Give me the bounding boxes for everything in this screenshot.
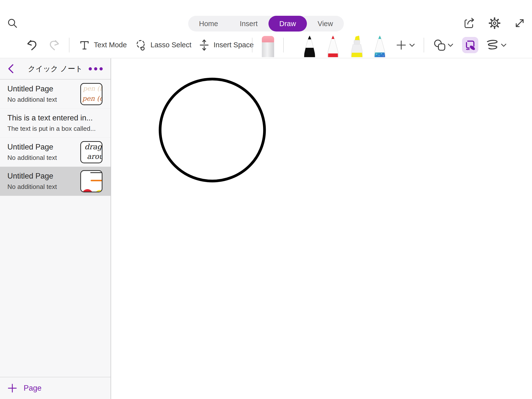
page-item-text: Untitled Page No additional text xyxy=(7,172,80,191)
eraser-tool[interactable] xyxy=(259,35,277,58)
yellow-highlighter-tool[interactable] xyxy=(348,35,365,58)
more-options-button[interactable] xyxy=(88,65,103,72)
divider xyxy=(424,38,424,52)
text-mode-label: Text Mode xyxy=(94,41,127,49)
red-pen-tool[interactable] xyxy=(325,35,341,58)
thumbnail-ink-text: pen (bl xyxy=(83,85,102,92)
divider xyxy=(252,38,252,52)
page-list-item-2[interactable]: This is a text entered in... The text is… xyxy=(0,109,111,138)
chevron-down-icon xyxy=(409,43,415,47)
page-list-item-3[interactable]: Untitled Page No additional text drag ar… xyxy=(0,138,111,167)
page-thumbnail xyxy=(80,170,102,192)
chevron-left-icon xyxy=(7,64,14,74)
onenote-app: Home Insert Draw View xyxy=(0,0,532,399)
notebook-title: クイック ノート xyxy=(28,64,83,74)
red-pen-icon xyxy=(325,35,341,57)
fullscreen-button[interactable] xyxy=(513,17,526,30)
page-title: This is a text entered in... xyxy=(7,114,100,122)
text-mode-button[interactable]: Text Mode xyxy=(79,39,127,51)
text-mode-icon xyxy=(79,39,90,51)
add-pen-dropdown[interactable] xyxy=(409,43,415,47)
ellipsis-icon xyxy=(94,67,97,70)
page-item-text: Untitled Page No additional text xyxy=(7,84,80,104)
lasso-select-button[interactable]: Lasso Select xyxy=(135,39,191,51)
undo-button[interactable] xyxy=(26,39,38,51)
back-button[interactable] xyxy=(7,64,17,74)
eraser-icon xyxy=(259,35,277,57)
thumbnail-ink-text: drag xyxy=(84,142,102,151)
galaxy-pen-tool[interactable] xyxy=(372,35,388,58)
page-subtitle: No additional text xyxy=(7,183,77,191)
galaxy-pen-icon xyxy=(372,35,388,57)
page-item-text: Untitled Page No additional text xyxy=(7,143,80,162)
redo-icon xyxy=(48,39,61,51)
lasso-select-icon xyxy=(135,39,147,51)
tab-insert[interactable]: Insert xyxy=(229,16,268,32)
page-list-item-4-selected[interactable]: Untitled Page No additional text xyxy=(0,167,111,196)
page-thumbnail: pen (bl pen (ora xyxy=(80,83,102,105)
chevron-down-icon xyxy=(447,43,454,47)
tab-home[interactable]: Home xyxy=(188,16,229,32)
search-icon xyxy=(7,18,18,29)
ink-annotate-icon xyxy=(464,39,476,51)
page-list-sidebar: クイック ノート Untitled Page No additional tex… xyxy=(0,58,111,399)
sidebar-header: クイック ノート xyxy=(0,58,111,80)
scribble-ink-dropdown[interactable] xyxy=(500,43,507,47)
add-page-button[interactable]: Page xyxy=(8,384,41,393)
black-pen-tool[interactable] xyxy=(301,35,318,58)
insert-space-label: Insert Space xyxy=(214,41,254,49)
ink-ellipse-stroke xyxy=(112,58,532,399)
tab-draw[interactable]: Draw xyxy=(268,16,307,32)
tab-view[interactable]: View xyxy=(307,16,344,32)
drawing-canvas[interactable] xyxy=(112,58,532,399)
share-icon xyxy=(463,17,476,29)
top-toolbar: Home Insert Draw View xyxy=(0,0,532,58)
fullscreen-expand-icon xyxy=(514,17,526,29)
black-pen-icon xyxy=(301,35,318,57)
page-list: Untitled Page No additional text pen (bl… xyxy=(0,80,111,377)
window-actions xyxy=(463,17,526,30)
ribbon-tab-bar: Home Insert Draw View xyxy=(188,16,344,32)
add-page-label: Page xyxy=(24,384,41,393)
sidebar-footer: Page xyxy=(0,377,111,399)
share-button[interactable] xyxy=(463,17,476,30)
thumbnail-ink-drawing xyxy=(81,171,102,192)
settings-button[interactable] xyxy=(488,17,501,30)
undo-icon xyxy=(26,39,38,51)
thumbnail-ink-text: pen (ora xyxy=(82,95,102,102)
insert-space-button[interactable]: Insert Space xyxy=(199,39,254,51)
ink-annotate-button-active[interactable] xyxy=(462,37,478,53)
page-subtitle: No additional text xyxy=(7,96,77,103)
yellow-highlighter-icon xyxy=(348,35,365,57)
title-row: Home Insert Draw View xyxy=(0,0,532,32)
ellipsis-icon xyxy=(89,67,92,70)
page-title: Untitled Page xyxy=(7,84,77,93)
page-subtitle: The text is put in a box called... xyxy=(7,125,100,133)
settings-gear-icon xyxy=(488,17,501,29)
shapes-button[interactable] xyxy=(433,39,446,51)
plus-icon xyxy=(396,40,406,50)
page-thumbnail: drag arou xyxy=(80,141,102,163)
add-pen-button[interactable] xyxy=(396,40,406,50)
divider xyxy=(69,38,69,52)
page-subtitle: No additional text xyxy=(7,154,77,162)
ellipsis-icon xyxy=(100,67,103,70)
page-title: Untitled Page xyxy=(7,143,77,151)
scribble-ink-button[interactable] xyxy=(486,39,500,51)
shapes-dropdown[interactable] xyxy=(447,43,454,47)
divider xyxy=(283,38,284,52)
chevron-down-icon xyxy=(500,43,507,47)
scribble-ink-icon xyxy=(486,39,500,51)
draw-ribbon: Text Mode Lasso Select Insert Space xyxy=(0,32,532,58)
page-list-item-1[interactable]: Untitled Page No additional text pen (bl… xyxy=(0,80,111,109)
lasso-select-label: Lasso Select xyxy=(150,41,191,49)
page-item-text: This is a text entered in... The text is… xyxy=(7,114,102,133)
plus-icon xyxy=(8,384,17,393)
redo-button[interactable] xyxy=(48,39,61,51)
shapes-icon xyxy=(433,39,446,51)
thumbnail-ink-text: arou xyxy=(87,152,102,161)
insert-space-icon xyxy=(199,39,210,51)
page-title: Untitled Page xyxy=(7,172,77,181)
search-button[interactable] xyxy=(6,17,19,30)
